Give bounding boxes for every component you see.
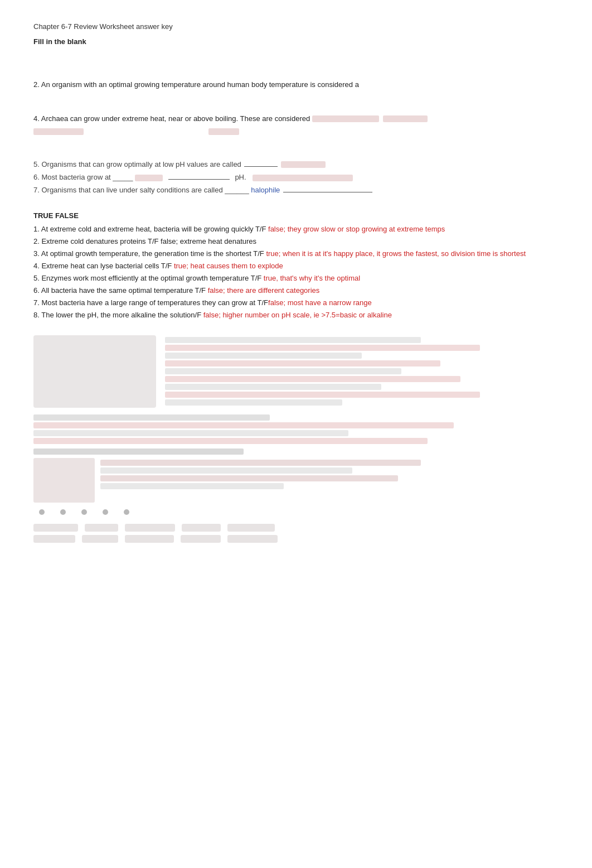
q4-answer-blurred3 bbox=[33, 128, 84, 135]
fill-blank-section: 5. Organisms that can grow optimally at … bbox=[33, 158, 559, 197]
q4-answer-blurred2 bbox=[383, 115, 428, 122]
blurred-chart-1 bbox=[33, 335, 156, 408]
q6-blank bbox=[168, 179, 230, 180]
question-4: 4. Archaea can grow under extreme heat, … bbox=[33, 113, 559, 136]
bottom-cell-5 bbox=[227, 524, 275, 532]
question-2-text: 2. An organism with an optimal growing t… bbox=[33, 79, 559, 91]
q4-answer-blurred4 bbox=[208, 128, 239, 135]
page-title: Chapter 6-7 Review Worksheet answer key bbox=[33, 22, 559, 31]
question-4-text: 4. Archaea can grow under extreme heat, … bbox=[33, 113, 559, 125]
tf-item-4: 4. Extreme heat can lyse bacterial cells… bbox=[33, 260, 559, 272]
blurred-image-2 bbox=[33, 458, 95, 503]
tf-item-6: 6. All bacteria have the same optimal te… bbox=[33, 284, 559, 297]
question-7: 7. Organisms that can live under salty c… bbox=[33, 184, 559, 196]
question-2: 2. An organism with an optimal growing t… bbox=[33, 79, 559, 91]
bottom-cell-7 bbox=[82, 535, 118, 543]
bottom-cell-1 bbox=[33, 524, 78, 532]
bottom-cell-2 bbox=[85, 524, 118, 532]
true-false-section: TRUE FALSE 1. At extreme cold and extrem… bbox=[33, 211, 559, 322]
bottom-cell-4 bbox=[182, 524, 221, 532]
bottom-row-1 bbox=[33, 524, 559, 532]
dot-2 bbox=[60, 509, 66, 515]
dot-3 bbox=[81, 509, 87, 515]
bottom-cell-9 bbox=[181, 535, 221, 543]
dots-row bbox=[39, 509, 559, 515]
tf-item-5: 5. Enzymes work most efficiently at the … bbox=[33, 272, 559, 284]
section-heading: Fill in the blank bbox=[33, 37, 559, 46]
bottom-table bbox=[33, 524, 559, 543]
q7-blank bbox=[283, 192, 372, 192]
bottom-row-2 bbox=[33, 535, 559, 543]
tf-item-3: 3. At optimal growth temperature, the ge… bbox=[33, 248, 559, 260]
tf-item-7: 7. Most bacteria have a large range of t… bbox=[33, 297, 559, 309]
dot-5 bbox=[124, 509, 129, 515]
q6-answer1 bbox=[135, 175, 163, 181]
blurred-image-section bbox=[33, 335, 559, 543]
tf-heading: TRUE FALSE bbox=[33, 211, 559, 220]
tf-item-1: 1. At extreme cold and extreme heat, bac… bbox=[33, 223, 559, 235]
q5-blank bbox=[244, 166, 278, 167]
bottom-cell-10 bbox=[227, 535, 278, 543]
question-6: 6. Most bacteria grow at _____ pH. bbox=[33, 171, 559, 184]
bottom-cell-8 bbox=[125, 535, 174, 543]
q4-answer-blurred bbox=[312, 115, 379, 122]
dot-4 bbox=[103, 509, 108, 515]
bottom-cell-3 bbox=[125, 524, 175, 532]
q5-answer bbox=[281, 161, 326, 168]
tf-item-2: 2. Extreme cold denatures proteins T/F f… bbox=[33, 235, 559, 248]
q6-answer2 bbox=[253, 175, 353, 181]
dot-1 bbox=[39, 509, 45, 515]
tf-item-8: 8. The lower the pH, the more alkaline t… bbox=[33, 309, 559, 321]
question-5: 5. Organisms that can grow optimally at … bbox=[33, 158, 559, 171]
bottom-cell-6 bbox=[33, 535, 75, 543]
